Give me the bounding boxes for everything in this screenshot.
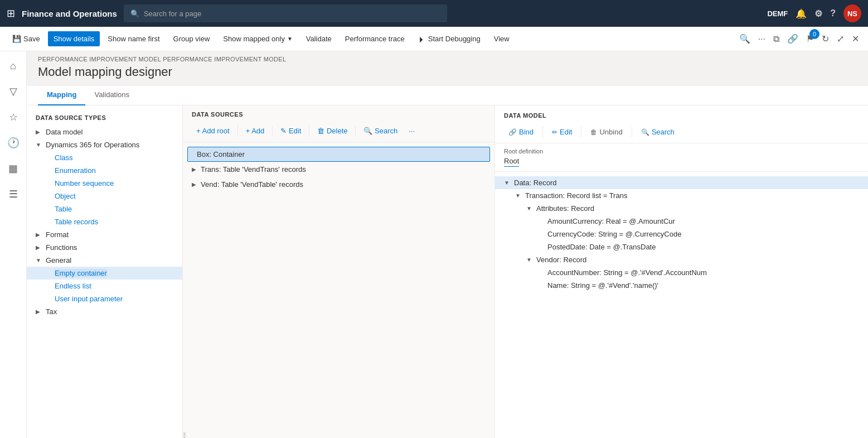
- ds-type-item[interactable]: Endless list: [27, 280, 182, 292]
- dm-item-label: CurrencyCode: String = @.CurrencyCode: [547, 230, 681, 238]
- pin-icon[interactable]: ⧉: [771, 32, 782, 46]
- favorites-icon[interactable]: ☆: [4, 107, 22, 128]
- dm-tree: ▼ Data: Record ▼ Transaction: Record lis…: [495, 172, 868, 438]
- dm-item[interactable]: ▼ Attributes: Record: [495, 202, 868, 215]
- tab-mapping[interactable]: Mapping: [38, 86, 85, 105]
- ds-content: Box: Container ▶ Trans: Table 'VendTrans…: [183, 142, 494, 432]
- dm-toolbar: 🔗 Bind ✏ Edit 🗑 Unbind 🔍: [495, 123, 868, 143]
- settings-icon[interactable]: ⚙: [814, 8, 822, 19]
- dm-sep2: [581, 127, 581, 138]
- chevron-icon: ▼: [36, 142, 42, 148]
- user-avatar[interactable]: NS: [843, 4, 861, 22]
- show-mapped-only-button[interactable]: Show mapped only ▼: [217, 31, 298, 46]
- performance-trace-button[interactable]: Performance trace: [340, 31, 410, 46]
- global-search-input[interactable]: [144, 9, 440, 18]
- workspace-icon[interactable]: ▦: [4, 158, 22, 179]
- dm-item[interactable]: ▼ Data: Record: [495, 176, 868, 189]
- close-icon[interactable]: ✕: [850, 31, 861, 46]
- search-icon: 🔍: [130, 9, 139, 18]
- ds-type-label: Endless list: [55, 282, 91, 290]
- ds-type-item[interactable]: Class: [27, 151, 182, 164]
- ds-type-label: Class: [55, 153, 73, 162]
- bind-button[interactable]: 🔗 Bind: [504, 126, 538, 138]
- dm-sep1: [542, 127, 543, 138]
- resize-handle[interactable]: ⋮: [183, 432, 186, 438]
- dm-item[interactable]: Name: String = @.'#Vend'.'name()': [495, 279, 868, 292]
- chevron-icon: ▼: [526, 257, 533, 263]
- more-ds-button[interactable]: ···: [404, 124, 419, 137]
- dm-edit-button[interactable]: ✏ Edit: [547, 126, 576, 138]
- add-root-button[interactable]: + Add root: [192, 124, 234, 137]
- tabs: Mapping Validations: [27, 86, 868, 105]
- ds-item[interactable]: Box: Container: [187, 147, 490, 162]
- root-definition-label: Root definition: [504, 148, 859, 155]
- more-cmd-icon[interactable]: ···: [756, 32, 768, 46]
- ds-sep1: [237, 126, 238, 137]
- delete-button[interactable]: 🗑 Delete: [313, 124, 352, 137]
- dm-item-label: Transaction: Record list = Trans: [525, 191, 627, 200]
- dm-item-label: AccountNumber: String = @.'#Vend'.Accoun…: [547, 268, 707, 277]
- ds-type-item[interactable]: Enumeration: [27, 164, 182, 177]
- chevron-icon: ▼: [504, 180, 511, 186]
- dm-item[interactable]: CurrencyCode: String = @.CurrencyCode: [495, 228, 868, 240]
- view-button[interactable]: View: [488, 31, 515, 46]
- chevron-down-icon: ▼: [287, 36, 293, 42]
- tab-validations[interactable]: Validations: [85, 86, 138, 105]
- show-details-button[interactable]: Show details: [48, 31, 100, 46]
- dm-root-definition: Root definition Root: [495, 143, 868, 172]
- dm-item-label: Name: String = @.'#Vend'.'name()': [547, 281, 658, 290]
- ext-icon[interactable]: 🔗: [785, 31, 801, 46]
- search-cmd-icon[interactable]: 🔍: [737, 31, 753, 46]
- ds-toolbar: + Add root + Add ✎ Edit 🗑 Delete: [183, 120, 494, 142]
- ds-type-item[interactable]: ▼ Dynamics 365 for Operations: [27, 138, 182, 151]
- dm-item[interactable]: ▼ Vendor: Record: [495, 253, 868, 266]
- dm-item[interactable]: PostedDate: Date = @.TransDate: [495, 240, 868, 253]
- ds-item[interactable]: ▶ Trans: Table 'VendTrans' records: [183, 162, 494, 177]
- ds-type-item[interactable]: ▶ Data model: [27, 126, 182, 138]
- home-icon[interactable]: ⌂: [6, 56, 21, 76]
- cmd-right-actions: 🔍 ··· ⧉ 🔗 ⚑ 0 ↻ ⤢ ✕: [737, 31, 861, 46]
- add-button[interactable]: + Add: [241, 124, 269, 137]
- validate-button[interactable]: Validate: [300, 31, 337, 46]
- ds-type-item[interactable]: ▶ Tax: [27, 305, 182, 318]
- ds-type-item[interactable]: Empty container: [27, 267, 182, 280]
- grid-icon[interactable]: ⊞: [7, 7, 15, 20]
- ds-type-item[interactable]: ▶ Format: [27, 228, 182, 241]
- ds-item[interactable]: ▶ Vend: Table 'VendTable' records: [183, 177, 494, 192]
- dm-item[interactable]: ▼ Transaction: Record list = Trans: [495, 189, 868, 202]
- help-icon[interactable]: ?: [830, 8, 836, 18]
- ds-type-item[interactable]: Object: [27, 190, 182, 203]
- dm-item[interactable]: AmountCurrency: Real = @.AmountCur: [495, 215, 868, 228]
- start-debugging-button[interactable]: ⏵ Start Debugging: [413, 31, 486, 47]
- ds-type-item[interactable]: ▶ Functions: [27, 241, 182, 254]
- search-ds-button[interactable]: 🔍 Search: [359, 124, 402, 137]
- ds-item-label: Trans: Table 'VendTrans' records: [201, 165, 306, 174]
- ds-item-label: Box: Container: [197, 150, 245, 158]
- unbind-button[interactable]: 🗑 Unbind: [586, 126, 627, 138]
- group-view-button[interactable]: Group view: [168, 31, 216, 46]
- chevron-icon: ▶: [192, 166, 196, 172]
- ds-types-tree: ▶ Data model ▼ Dynamics 365 for Operatio…: [27, 126, 182, 318]
- ds-type-item[interactable]: Number sequence: [27, 177, 182, 190]
- notification-icon[interactable]: 🔔: [796, 8, 807, 19]
- page-title: Model mapping designer: [27, 62, 868, 86]
- list-icon[interactable]: ☰: [4, 184, 22, 205]
- ds-type-item[interactable]: User input parameter: [27, 292, 182, 305]
- ds-sep4: [355, 126, 356, 137]
- edit-button[interactable]: ✎ Edit: [276, 124, 306, 137]
- dm-item[interactable]: AccountNumber: String = @.'#Vend'.Accoun…: [495, 266, 868, 279]
- ds-type-item[interactable]: Table: [27, 203, 182, 215]
- dm-search-button[interactable]: 🔍 Search: [637, 126, 679, 138]
- ds-type-label: User input parameter: [55, 295, 123, 303]
- flag-badge: 0: [809, 29, 819, 39]
- ds-type-item[interactable]: ▼ General: [27, 254, 182, 267]
- filter-icon[interactable]: ▽: [5, 81, 22, 102]
- ds-type-item[interactable]: Table records: [27, 215, 182, 228]
- save-button[interactable]: 💾 Save: [7, 31, 46, 46]
- recent-icon[interactable]: 🕐: [3, 132, 24, 153]
- expand-icon[interactable]: ⤢: [835, 31, 846, 46]
- chevron-icon: ▼: [515, 192, 522, 199]
- refresh-icon[interactable]: ↻: [819, 31, 831, 46]
- ds-types-panel: DATA SOURCE TYPES ▶ Data model ▼ Dynamic…: [27, 105, 183, 438]
- show-name-first-button[interactable]: Show name first: [102, 31, 165, 46]
